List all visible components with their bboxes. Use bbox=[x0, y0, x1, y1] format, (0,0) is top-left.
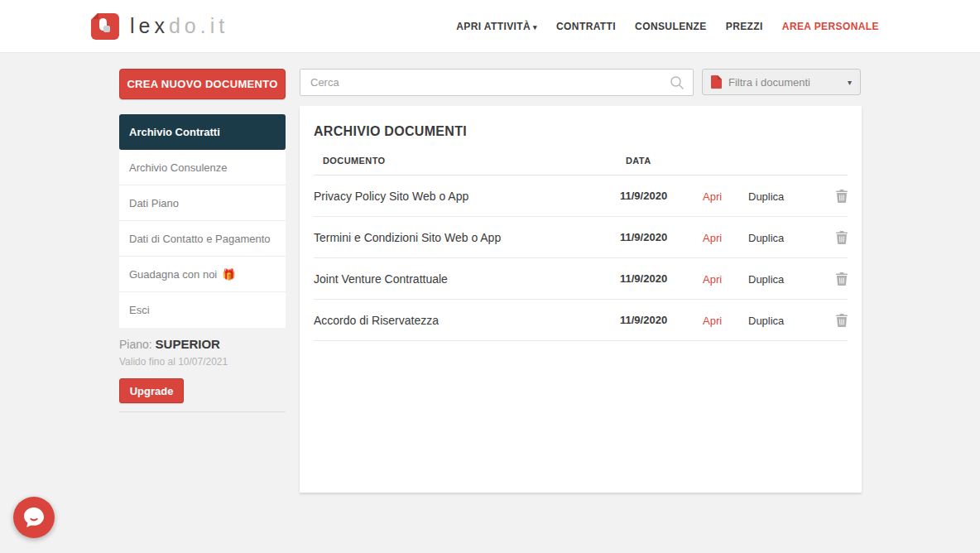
table-row: Accordo di Riservatezza 11/9/2020 Apri D… bbox=[314, 300, 848, 341]
search-input[interactable] bbox=[300, 70, 693, 95]
duplicate-link[interactable]: Duplica bbox=[748, 190, 784, 203]
table-header: DOCUMENTO DATA bbox=[300, 153, 862, 168]
chat-bubble-icon bbox=[22, 505, 46, 530]
plan-validity: Valido fino al 10/07/2021 bbox=[119, 356, 286, 368]
main-nav: APRI ATTIVITÀ▾ CONTRATTI CONSULENZE PREZ… bbox=[456, 0, 879, 53]
plan-info: Piano: SUPERIOR Valido fino al 10/07/202… bbox=[119, 337, 286, 403]
filter-dropdown[interactable]: Filtra i documenti ▾ bbox=[702, 69, 861, 95]
delete-button[interactable] bbox=[823, 314, 848, 327]
document-name: Privacy Policy Sito Web o App bbox=[314, 190, 620, 203]
panel-title: ARCHIVIO DOCUMENTI bbox=[300, 106, 862, 139]
document-date: 11/9/2020 bbox=[620, 272, 703, 285]
sidebar-divider bbox=[119, 411, 286, 412]
plan-name: SUPERIOR bbox=[156, 337, 220, 351]
delete-button[interactable] bbox=[823, 231, 848, 244]
top-header: lexdo.it APRI ATTIVITÀ▾ CONTRATTI CONSUL… bbox=[0, 0, 980, 53]
nav-contratti[interactable]: CONTRATTI bbox=[556, 21, 616, 32]
open-link[interactable]: Apri bbox=[703, 273, 722, 286]
chat-widget-button[interactable] bbox=[13, 497, 55, 538]
logo-text: lexdo.it bbox=[130, 14, 228, 38]
lexdo-logo-icon bbox=[91, 12, 120, 41]
trash-icon bbox=[836, 272, 848, 286]
table-row: Joint Venture Contrattuale 11/9/2020 Apr… bbox=[314, 258, 848, 300]
nav-apri-attivita[interactable]: APRI ATTIVITÀ▾ bbox=[456, 21, 537, 32]
trash-icon bbox=[836, 314, 848, 327]
open-link[interactable]: Apri bbox=[703, 232, 722, 244]
sidebar-item-dati-piano[interactable]: Dati Piano bbox=[119, 185, 286, 221]
column-header-data: DATA bbox=[620, 156, 703, 166]
create-document-button[interactable]: CREA NUOVO DOCUMENTO bbox=[119, 69, 286, 99]
document-name: Accordo di Riservatezza bbox=[314, 314, 620, 327]
document-icon bbox=[711, 75, 722, 89]
delete-button[interactable] bbox=[823, 190, 848, 203]
document-date: 11/9/2020 bbox=[620, 190, 703, 202]
upgrade-button[interactable]: Upgrade bbox=[119, 378, 184, 403]
caret-down-icon: ▾ bbox=[848, 78, 852, 87]
sidebar-item-archivio-contratti[interactable]: Archivio Contratti bbox=[119, 114, 286, 150]
plan-label: Piano: bbox=[119, 338, 156, 351]
open-link[interactable]: Apri bbox=[703, 315, 722, 327]
open-link[interactable]: Apri bbox=[703, 190, 722, 203]
sidebar-item-esci[interactable]: Esci bbox=[119, 292, 286, 328]
sidebar-item-dati-contatto[interactable]: Dati di Contatto e Pagamento bbox=[119, 221, 286, 257]
delete-button[interactable] bbox=[823, 272, 848, 286]
table-row: Termini e Condizioni Sito Web o App 11/9… bbox=[314, 217, 848, 258]
gift-icon: 🎁 bbox=[222, 268, 235, 281]
document-date: 11/9/2020 bbox=[620, 231, 703, 243]
duplicate-link[interactable]: Duplica bbox=[748, 232, 784, 244]
trash-icon bbox=[836, 190, 848, 203]
nav-prezzi[interactable]: PREZZI bbox=[726, 21, 763, 32]
plan-line: Piano: SUPERIOR bbox=[119, 337, 286, 351]
document-date: 11/9/2020 bbox=[620, 314, 703, 326]
sidebar-item-archivio-consulenze[interactable]: Archivio Consulenze bbox=[119, 150, 286, 185]
nav-area-personale[interactable]: AREA PERSONALE bbox=[782, 21, 879, 32]
logo[interactable]: lexdo.it bbox=[91, 12, 228, 41]
caret-down-icon: ▾ bbox=[533, 23, 537, 31]
column-header-documento: DOCUMENTO bbox=[314, 156, 620, 166]
document-name: Joint Venture Contrattuale bbox=[314, 272, 620, 286]
table-row: Privacy Policy Sito Web o App 11/9/2020 … bbox=[314, 176, 848, 217]
documents-panel: ARCHIVIO DOCUMENTI DOCUMENTO DATA Privac… bbox=[300, 106, 862, 493]
duplicate-link[interactable]: Duplica bbox=[748, 273, 784, 286]
search-icon bbox=[670, 75, 685, 90]
sidebar-item-guadagna[interactable]: Guadagna con noi🎁 bbox=[119, 257, 286, 292]
search-box bbox=[300, 69, 694, 96]
duplicate-link[interactable]: Duplica bbox=[748, 315, 784, 327]
logo-text-dark: lex bbox=[130, 14, 169, 37]
nav-consulenze[interactable]: CONSULENZE bbox=[635, 21, 707, 32]
filter-label: Filtra i documenti bbox=[728, 76, 848, 89]
logo-text-light: do.it bbox=[169, 14, 228, 37]
document-name: Termini e Condizioni Sito Web o App bbox=[314, 231, 620, 244]
trash-icon bbox=[836, 231, 848, 244]
sidebar-menu: Archivio Contratti Archivio Consulenze D… bbox=[119, 114, 286, 328]
